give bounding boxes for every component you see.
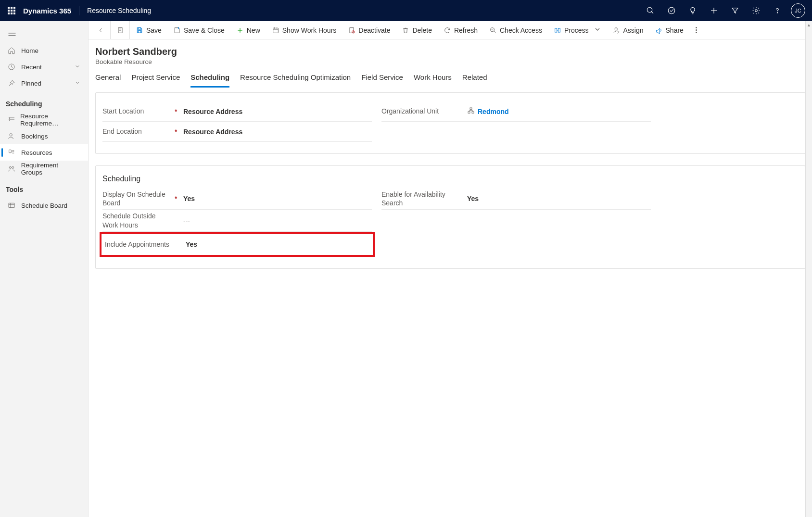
svg-point-5	[755, 10, 758, 12]
scroll-up-icon[interactable]: ▲	[806, 21, 812, 29]
required-marker: *	[175, 128, 180, 136]
record-header: Norbert Sandberg Bookable Resource	[89, 39, 812, 68]
gear-icon[interactable]	[746, 0, 767, 21]
svg-line-1	[651, 12, 653, 13]
new-button[interactable]: New	[230, 21, 266, 39]
svg-point-0	[647, 7, 652, 13]
field-organizational-unit[interactable]: Organizational Unit Redmond	[381, 101, 651, 122]
svg-point-41	[615, 27, 617, 30]
process-icon	[554, 26, 561, 34]
field-label: Organizational Unit	[381, 107, 458, 115]
save-close-icon	[173, 26, 181, 34]
sidebar-item-label: Recent	[21, 63, 42, 71]
tab-scheduling[interactable]: Scheduling	[190, 73, 229, 88]
chevron-down-icon	[75, 80, 80, 87]
field-enable-availability-search[interactable]: Enable for Availability Search Yes	[381, 188, 651, 210]
assign-icon	[613, 26, 621, 34]
tab-field-service[interactable]: Field Service	[361, 73, 403, 88]
collapse-sitemap-button[interactable]	[0, 26, 88, 42]
required-marker: *	[175, 108, 180, 115]
delete-button[interactable]: Delete	[396, 21, 437, 39]
process-button[interactable]: Process	[548, 21, 607, 39]
check-access-icon	[489, 26, 497, 34]
back-button[interactable]	[91, 21, 111, 39]
sidebar-item-label: Schedule Board	[21, 202, 67, 209]
tab-rso[interactable]: Resource Scheduling Optimization	[240, 73, 351, 88]
field-value: Resource Address	[180, 128, 372, 136]
plus-icon[interactable]	[703, 0, 724, 21]
save-close-button[interactable]: Save & Close	[167, 21, 230, 39]
calendar-icon	[272, 26, 279, 34]
board-icon	[8, 202, 16, 209]
field-label: Enable for Availability Search	[381, 190, 458, 207]
deactivate-button[interactable]: Deactivate	[342, 21, 396, 39]
sidebar-item-schedule-board[interactable]: Schedule Board	[0, 197, 88, 214]
form-area: Start Location * Resource Address End Lo…	[89, 88, 812, 517]
sidebar-group-tools: Tools	[0, 177, 88, 197]
share-button[interactable]: Share	[649, 21, 689, 39]
home-icon	[8, 47, 16, 54]
save-icon	[136, 26, 143, 34]
field-value: Yes	[183, 240, 369, 248]
field-start-location[interactable]: Start Location * Resource Address	[102, 101, 372, 122]
field-end-location[interactable]: End Location * Resource Address	[102, 122, 372, 142]
field-value: Yes	[464, 195, 651, 202]
sidebar-item-resources[interactable]: Resources	[0, 144, 88, 161]
svg-rect-44	[472, 112, 474, 113]
chevron-down-icon	[75, 63, 80, 71]
tab-bar: General Project Service Scheduling Resou…	[89, 68, 812, 88]
field-include-appointments[interactable]: Include Appointments Yes	[102, 234, 372, 254]
sidebar-item-home[interactable]: Home	[0, 42, 88, 59]
task-icon[interactable]	[661, 0, 682, 21]
show-work-hours-button[interactable]: Show Work Hours	[266, 21, 343, 39]
assign-button[interactable]: Assign	[607, 21, 649, 39]
lookup-value[interactable]: Redmond	[464, 107, 651, 116]
chevron-down-icon	[594, 25, 601, 35]
record-title: Norbert Sandberg	[95, 46, 805, 57]
sidebar-item-label: Requirement Groups	[21, 162, 80, 176]
sidebar-item-bookings[interactable]: Bookings	[0, 128, 88, 144]
sidebar-item-pinned[interactable]: Pinned	[0, 75, 88, 91]
filter-icon[interactable]	[724, 0, 746, 21]
app-launcher-icon[interactable]	[8, 7, 16, 14]
check-access-button[interactable]: Check Access	[483, 21, 548, 39]
sidebar-group-scheduling: Scheduling	[0, 91, 88, 112]
share-icon	[655, 26, 663, 34]
sidebar-item-requirement-groups[interactable]: Requirement Groups	[0, 161, 88, 177]
refresh-icon	[444, 26, 451, 34]
field-label: Include Appointments	[105, 240, 177, 249]
refresh-button[interactable]: Refresh	[438, 21, 483, 39]
tab-general[interactable]: General	[95, 73, 121, 88]
svg-rect-39	[558, 28, 560, 32]
divider	[79, 6, 79, 15]
resource-icon	[8, 149, 16, 156]
sidebar-item-label: Pinned	[21, 80, 41, 87]
vertical-scrollbar[interactable]: ▲	[805, 21, 812, 517]
record-set-button[interactable]	[111, 21, 130, 39]
tab-related[interactable]: Related	[462, 73, 487, 88]
sidebar-item-recent[interactable]: Recent	[0, 59, 88, 75]
field-label: Display On Schedule Board	[102, 190, 175, 207]
search-icon[interactable]	[640, 0, 661, 21]
svg-point-2	[668, 7, 675, 14]
svg-point-6	[777, 13, 777, 13]
brand-name[interactable]: Dynamics 365	[23, 7, 71, 15]
save-button[interactable]: Save	[130, 21, 167, 39]
sidebar-item-resource-requirements[interactable]: Resource Requireme…	[0, 112, 88, 128]
delete-icon	[402, 26, 409, 34]
avatar[interactable]: JC	[791, 3, 805, 18]
tab-project-service[interactable]: Project Service	[131, 73, 180, 88]
field-schedule-outside-work-hours[interactable]: Schedule Outside Work Hours ---	[102, 210, 372, 231]
lightbulb-icon[interactable]	[682, 0, 703, 21]
group-icon	[8, 165, 16, 173]
svg-point-11	[9, 117, 11, 119]
field-label: Start Location	[102, 107, 175, 115]
help-icon[interactable]	[767, 0, 788, 21]
tab-work-hours[interactable]: Work Hours	[414, 73, 452, 88]
more-commands-button[interactable]	[689, 21, 704, 39]
svg-rect-43	[468, 112, 470, 113]
person-icon	[8, 132, 16, 140]
svg-point-13	[9, 119, 11, 121]
module-name[interactable]: Resource Scheduling	[87, 7, 151, 14]
field-display-on-schedule-board[interactable]: Display On Schedule Board * Yes	[102, 188, 372, 210]
